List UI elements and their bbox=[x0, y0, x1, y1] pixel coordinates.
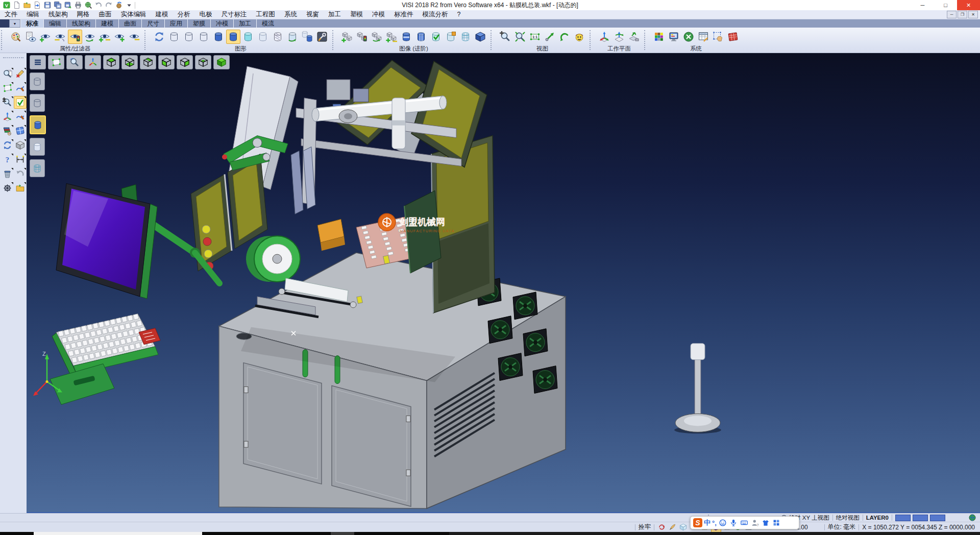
shaded-edges-view-icon[interactable] bbox=[226, 30, 240, 44]
menu-item-10[interactable]: 工程图 bbox=[252, 10, 280, 19]
help-tool-icon[interactable]: ? bbox=[1, 153, 14, 166]
add-images-icon[interactable] bbox=[340, 30, 354, 44]
undo-icon[interactable] bbox=[94, 1, 103, 10]
close-button[interactable]: ✕ bbox=[957, 0, 980, 10]
hatched-view-icon[interactable] bbox=[271, 30, 285, 44]
view-zoom-icon[interactable] bbox=[66, 55, 83, 69]
dashed-hidden-view-icon[interactable] bbox=[197, 30, 211, 44]
maximize-button[interactable]: □ bbox=[934, 0, 957, 10]
render-wireframe-icon[interactable] bbox=[30, 72, 45, 90]
view-back-icon[interactable] bbox=[140, 55, 156, 69]
print-icon[interactable] bbox=[74, 1, 82, 10]
ribbon-tab-0[interactable]: 标准 bbox=[20, 19, 43, 28]
hidden-line-view-icon[interactable] bbox=[182, 30, 196, 44]
dynamic-view-icon[interactable] bbox=[543, 30, 557, 44]
preview-attributes-icon[interactable] bbox=[23, 30, 38, 44]
view-top-icon[interactable] bbox=[103, 55, 119, 69]
view-iso-icon[interactable] bbox=[195, 55, 211, 69]
windows-taskbar[interactable] bbox=[0, 532, 980, 535]
menu-item-18[interactable]: ? bbox=[453, 10, 465, 19]
snap-history-icon[interactable] bbox=[657, 523, 667, 532]
drafting-window-icon[interactable] bbox=[14, 125, 27, 137]
save-as-icon[interactable] bbox=[53, 1, 62, 10]
zoom-1-1-icon[interactable]: 1:1 bbox=[528, 30, 542, 44]
zoom-options-tool-icon[interactable] bbox=[1, 96, 14, 109]
menu-item-17[interactable]: 模流分析 bbox=[418, 10, 453, 19]
ribbon-tab-7[interactable]: 塑膜 bbox=[187, 19, 210, 28]
ribbon-tab-10[interactable]: 模流 bbox=[256, 19, 279, 28]
sketch-curve-tool-icon[interactable] bbox=[14, 82, 27, 94]
render-shaded-icon[interactable] bbox=[30, 115, 46, 134]
validate-tool-icon[interactable] bbox=[14, 96, 27, 109]
menu-item-13[interactable]: 加工 bbox=[324, 10, 346, 19]
undo-tool-icon[interactable] bbox=[14, 167, 27, 180]
validate-solid-icon[interactable] bbox=[429, 30, 443, 44]
render-ghost-icon[interactable] bbox=[30, 138, 45, 156]
regen-graphics-icon[interactable] bbox=[285, 30, 300, 44]
graphics-options-icon[interactable] bbox=[315, 30, 329, 44]
show-all-icon[interactable] bbox=[112, 30, 127, 44]
workplane-tool-icon[interactable] bbox=[1, 110, 14, 123]
refresh-graphics-icon[interactable] bbox=[152, 30, 166, 44]
attribute-books-icon[interactable] bbox=[1, 125, 14, 137]
toolbar-grip[interactable] bbox=[590, 30, 594, 50]
globe-icon[interactable] bbox=[969, 514, 976, 521]
attributes-palette-icon[interactable] bbox=[9, 30, 23, 44]
toolbar-grip[interactable] bbox=[491, 30, 495, 50]
shaded-view-icon[interactable] bbox=[211, 30, 226, 44]
display-settings-icon[interactable] bbox=[667, 30, 681, 44]
solid-banded-icon[interactable] bbox=[399, 30, 413, 44]
menu-item-4[interactable]: 曲面 bbox=[94, 10, 116, 19]
ribbon-tab-8[interactable]: 冲模 bbox=[210, 19, 233, 28]
toolbar-grip[interactable] bbox=[1, 30, 6, 50]
block-ice-icon[interactable] bbox=[679, 523, 688, 532]
menu-item-15[interactable]: 冲模 bbox=[368, 10, 389, 19]
menu-item-6[interactable]: 建模 bbox=[151, 10, 173, 19]
units-label[interactable]: 单位: 毫米 bbox=[828, 523, 856, 531]
view-axis-icon[interactable] bbox=[85, 55, 101, 69]
box-reference-icon[interactable] bbox=[444, 30, 458, 44]
import-file-icon[interactable] bbox=[33, 1, 41, 10]
toolbar-grip[interactable] bbox=[644, 30, 649, 50]
navigate-tool-icon[interactable] bbox=[1, 182, 14, 194]
selection-grid-icon[interactable] bbox=[711, 30, 725, 44]
wireframe-view-icon[interactable] bbox=[167, 30, 181, 44]
solid-tool-icon[interactable] bbox=[14, 139, 27, 152]
images-filter-icon[interactable] bbox=[355, 30, 369, 44]
menu-item-2[interactable]: 线架构 bbox=[44, 10, 72, 19]
menu-item-16[interactable]: 标准件 bbox=[389, 10, 418, 19]
ghost-view-icon[interactable] bbox=[241, 30, 255, 44]
mdi-close-button[interactable]: ✕ bbox=[968, 11, 978, 18]
minimize-button[interactable]: ─ bbox=[911, 0, 934, 10]
rotate-view-icon[interactable] bbox=[557, 30, 572, 44]
save-icon[interactable] bbox=[43, 1, 52, 10]
redo-icon[interactable] bbox=[104, 1, 113, 10]
filter-traffic-light-icon[interactable] bbox=[68, 30, 82, 44]
view-right-icon[interactable] bbox=[177, 55, 193, 69]
refresh-visibility-icon[interactable] bbox=[83, 30, 97, 44]
ime-person-icon[interactable]: ? bbox=[750, 518, 760, 527]
taskbar-app-indicator[interactable] bbox=[331, 532, 354, 535]
zoom-in-icon[interactable] bbox=[498, 30, 512, 44]
render-hidden-icon[interactable] bbox=[30, 94, 45, 112]
view-mode-label[interactable]: 绝对视图 bbox=[836, 514, 860, 522]
show-entities-icon[interactable] bbox=[38, 30, 53, 44]
table-settings-icon[interactable] bbox=[696, 30, 710, 44]
menu-item-7[interactable]: 分析 bbox=[173, 10, 195, 19]
ribbon-tab-1[interactable]: 编辑 bbox=[43, 19, 66, 28]
ime-toolbox-icon[interactable] bbox=[772, 518, 781, 527]
curve-edit-tool-icon[interactable] bbox=[14, 110, 27, 123]
view-preferences-icon[interactable] bbox=[572, 30, 586, 44]
shaded-cube-icon[interactable] bbox=[473, 30, 487, 44]
view-bottom-icon[interactable] bbox=[121, 55, 138, 69]
menu-item-14[interactable]: 塑模 bbox=[346, 10, 368, 19]
color-palette-icon[interactable] bbox=[652, 30, 666, 44]
save-sync-icon[interactable] bbox=[63, 1, 72, 10]
lock-label[interactable]: 拴牢 bbox=[639, 523, 651, 531]
menu-item-9[interactable]: 尺寸标注 bbox=[217, 10, 252, 19]
copy-graphics-icon[interactable] bbox=[300, 30, 314, 44]
measure-tool-icon[interactable] bbox=[14, 153, 27, 166]
mesh-view-icon[interactable] bbox=[458, 30, 473, 44]
hide-entities-icon[interactable] bbox=[53, 30, 67, 44]
ime-punctuation-toggle[interactable]: °, bbox=[712, 519, 717, 527]
